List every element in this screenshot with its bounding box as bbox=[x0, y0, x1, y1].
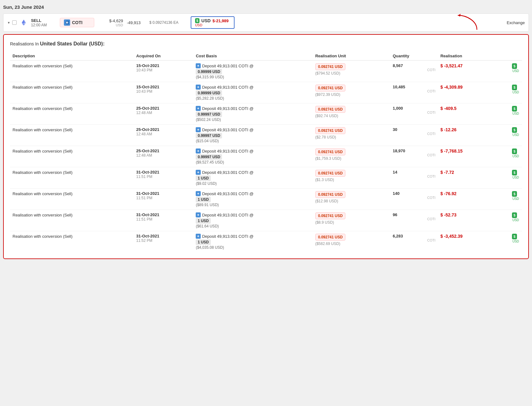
row-checkbox[interactable] bbox=[12, 20, 17, 25]
cell-cost-basis: Deposit 49,913.001 COTI @ 1 USD ($4,035.… bbox=[193, 231, 312, 252]
svg-marker-1 bbox=[458, 14, 461, 17]
cell-cost-basis: Deposit 49,913.001 COTI @ 1 USD ($89.91 … bbox=[193, 189, 312, 210]
usd-block-amount: $-21,989 bbox=[213, 18, 229, 23]
deposit-coti-icon bbox=[196, 127, 201, 132]
price-block: $ 0.09274136 EA bbox=[149, 20, 187, 25]
cell-cost-basis: Deposit 49,913.001 COTI @ 0.99997 USD ($… bbox=[193, 125, 312, 146]
cell-usd-badge: $ USD bbox=[509, 125, 522, 146]
cell-realisation-value: $ -76.92 bbox=[438, 189, 509, 210]
cell-quantity: 140 COTI bbox=[390, 189, 438, 210]
date-header: Sun, 23 June 2024 bbox=[3, 3, 529, 11]
cell-realisation-value: $ -7,768.15 bbox=[438, 146, 509, 167]
quantity-block: -49,913 bbox=[127, 20, 146, 25]
cell-realisation-value: $ -409.5 bbox=[438, 103, 509, 125]
usd-block-currency: USD bbox=[195, 23, 202, 27]
cell-usd-badge: $ USD bbox=[509, 167, 522, 189]
cell-realisation-unit: 0.092741 USD ($8.9 USD) bbox=[313, 210, 390, 231]
cell-acquired: 31-Oct-2021 11:51 PM bbox=[134, 189, 193, 210]
cell-cost-basis: Deposit 49,913.001 COTI @ 0.99999 USD ($… bbox=[193, 60, 312, 82]
cell-description: Realisation with conversion (Sell) bbox=[10, 146, 134, 167]
cell-description: Realisation with conversion (Sell) bbox=[10, 167, 134, 189]
realisations-title: Realisations In United States Dollar (US… bbox=[10, 41, 522, 47]
cell-usd-badge: $ USD bbox=[509, 103, 522, 125]
cell-quantity: 6,283 COTI bbox=[390, 231, 438, 252]
cell-description: Realisation with conversion (Sell) bbox=[10, 82, 134, 103]
col-acquired: Acquired On bbox=[134, 52, 193, 60]
table-row: Realisation with conversion (Sell) 31-Oc… bbox=[10, 167, 522, 189]
cell-description: Realisation with conversion (Sell) bbox=[10, 60, 134, 82]
table-row: Realisation with conversion (Sell) 31-Oc… bbox=[10, 189, 522, 210]
table-row: Realisation with conversion (Sell) 31-Oc… bbox=[10, 231, 522, 252]
cell-quantity: 14 COTI bbox=[390, 167, 438, 189]
usd-block: $ USD $-21,989 USD bbox=[191, 16, 235, 29]
table-header-row: Description Acquired On Cost Basis Reali… bbox=[10, 52, 522, 60]
coti-icon bbox=[64, 19, 70, 26]
cell-realisation-value: $ -52.73 bbox=[438, 210, 509, 231]
col-description: Description bbox=[10, 52, 134, 60]
table-row: Realisation with conversion (Sell) 25-Oc… bbox=[10, 146, 522, 167]
col-realisation: Realisation bbox=[438, 52, 509, 60]
table-row: Realisation with conversion (Sell) 25-Oc… bbox=[10, 103, 522, 125]
deposit-coti-icon bbox=[196, 63, 201, 68]
amount-block: $-4,629 USD bbox=[98, 18, 123, 27]
deposit-coti-icon bbox=[196, 212, 201, 217]
asset-block: COTI bbox=[60, 18, 94, 27]
cell-acquired: 25-Oct-2021 12:48 AM bbox=[134, 146, 193, 167]
realisations-table: Description Acquired On Cost Basis Reali… bbox=[10, 52, 522, 252]
cell-realisation-unit: 0.092741 USD ($2.78 USD) bbox=[313, 125, 390, 146]
cell-realisation-value: $ -12.26 bbox=[438, 125, 509, 146]
usd-block-header: $ USD $-21,989 bbox=[195, 18, 229, 23]
usd-block-label: USD bbox=[201, 18, 211, 23]
cell-realisation-unit: 0.092741 USD ($794.52 USD) bbox=[313, 60, 390, 82]
col-real-unit: Realisation Unit bbox=[313, 52, 390, 60]
deposit-coti-icon bbox=[196, 191, 201, 196]
expand-arrow[interactable]: ▼ bbox=[7, 21, 10, 24]
cell-realisation-unit: 0.092741 USD ($92.74 USD) bbox=[313, 103, 390, 125]
cell-quantity: 8,567 COTI bbox=[390, 60, 438, 82]
cell-quantity: 30 COTI bbox=[390, 125, 438, 146]
cell-realisation-unit: 0.092741 USD ($12.98 USD) bbox=[313, 189, 390, 210]
cell-realisation-unit: 0.092741 USD ($1,759.3 USD) bbox=[313, 146, 390, 167]
asset-name: COTI bbox=[64, 19, 82, 26]
usd-icon: $ bbox=[195, 18, 199, 23]
col-cost-basis: Cost Basis bbox=[193, 52, 312, 60]
ethereum-icon bbox=[20, 19, 27, 26]
cell-cost-basis: Deposit 49,913.001 COTI @ 0.99999 USD ($… bbox=[193, 82, 312, 103]
transaction-row: ▼ SELL 12:00 AM COTI bbox=[3, 13, 529, 32]
col-quantity: Quantity bbox=[390, 52, 438, 60]
deposit-coti-icon bbox=[196, 148, 201, 154]
cell-description: Realisation with conversion (Sell) bbox=[10, 189, 134, 210]
cell-realisation-unit: 0.092741 USD ($972.39 USD) bbox=[313, 82, 390, 103]
cell-acquired: 25-Oct-2021 12:48 AM bbox=[134, 125, 193, 146]
deposit-coti-icon bbox=[196, 170, 201, 175]
cell-description: Realisation with conversion (Sell) bbox=[10, 103, 134, 125]
cell-quantity: 18,970 COTI bbox=[390, 146, 438, 167]
arrow-annotation bbox=[455, 12, 480, 32]
cell-cost-basis: Deposit 49,913.001 COTI @ 1 USD ($9.02 U… bbox=[193, 167, 312, 189]
transaction-type-block: SELL 12:00 AM bbox=[31, 18, 56, 27]
cell-acquired: 15-Oct-2021 10:43 PM bbox=[134, 82, 193, 103]
cell-usd-badge: $ USD bbox=[509, 210, 522, 231]
cell-acquired: 25-Oct-2021 12:48 AM bbox=[134, 103, 193, 125]
cell-acquired: 31-Oct-2021 11:52 PM bbox=[134, 231, 193, 252]
deposit-coti-icon bbox=[196, 106, 201, 111]
table-row: Realisation with conversion (Sell) 31-Oc… bbox=[10, 210, 522, 231]
amount-currency: USD bbox=[116, 23, 123, 27]
transaction-time: 12:00 AM bbox=[31, 23, 47, 27]
cell-cost-basis: Deposit 49,913.001 COTI @ 0.99997 USD ($… bbox=[193, 146, 312, 167]
expand-control[interactable]: ▼ bbox=[7, 20, 17, 25]
col-currency bbox=[509, 52, 522, 60]
cell-acquired: 31-Oct-2021 11:51 PM bbox=[134, 210, 193, 231]
cell-acquired: 31-Oct-2021 11:51 PM bbox=[134, 167, 193, 189]
cell-description: Realisation with conversion (Sell) bbox=[10, 125, 134, 146]
cell-realisation-unit: 0.092741 USD ($1.3 USD) bbox=[313, 167, 390, 189]
table-row: Realisation with conversion (Sell) 15-Oc… bbox=[10, 60, 522, 82]
cell-usd-badge: $ USD bbox=[509, 189, 522, 210]
cell-realisation-value: $ -3,521.47 bbox=[438, 60, 509, 82]
cell-description: Realisation with conversion (Sell) bbox=[10, 210, 134, 231]
table-row: Realisation with conversion (Sell) 25-Oc… bbox=[10, 125, 522, 146]
cell-usd-badge: $ USD bbox=[509, 82, 522, 103]
deposit-coti-icon bbox=[196, 234, 201, 239]
cell-cost-basis: Deposit 49,913.001 COTI @ 0.99997 USD ($… bbox=[193, 103, 312, 125]
cell-cost-basis: Deposit 49,913.001 COTI @ 1 USD ($61.64 … bbox=[193, 210, 312, 231]
